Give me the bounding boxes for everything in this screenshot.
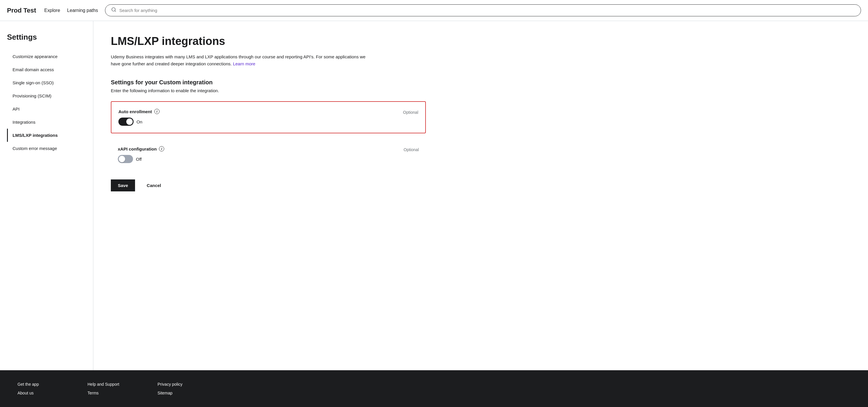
auto-enrollment-toggle-label: On — [136, 119, 142, 124]
nav-learning-paths[interactable]: Learning paths — [67, 8, 98, 13]
main-layout: Settings Customize appearance Email doma… — [0, 21, 868, 370]
section-title: Settings for your Custom integration — [111, 79, 426, 86]
footer-sitemap[interactable]: Sitemap — [157, 391, 204, 395]
sidebar-item-custom-error[interactable]: Custom error message — [7, 142, 86, 155]
footer: Get the app About us Help and Support Te… — [0, 370, 868, 407]
header-nav: Explore Learning paths — [44, 8, 98, 13]
footer-privacy-policy[interactable]: Privacy policy — [157, 382, 204, 386]
search-bar[interactable] — [105, 4, 861, 16]
sidebar-nav: Customize appearance Email domain access… — [7, 50, 86, 155]
sidebar-title: Settings — [7, 33, 86, 42]
sidebar-item-customize-appearance[interactable]: Customize appearance — [7, 50, 86, 63]
footer-get-app[interactable]: Get the app — [18, 382, 64, 386]
sidebar-item-sso[interactable]: Single sign-on (SSO) — [7, 76, 86, 89]
page-description: Udemy Business integrates with many LMS … — [111, 53, 373, 67]
footer-about-us[interactable]: About us — [18, 391, 64, 395]
xapi-configuration-row: xAPI configuration i Off Optional — [111, 139, 426, 170]
sidebar: Settings Customize appearance Email doma… — [0, 21, 93, 370]
auto-enrollment-toggle-wrapper: On — [118, 118, 392, 126]
sidebar-item-api[interactable]: API — [7, 102, 86, 116]
auto-enrollment-row: Auto enrollment i On Optional — [111, 101, 426, 133]
auto-enrollment-info-icon[interactable]: i — [154, 109, 159, 114]
section-subtitle: Enter the following information to enabl… — [111, 88, 426, 93]
auto-enrollment-optional: Optional — [403, 109, 418, 115]
custom-integration-section: Settings for your Custom integration Ent… — [111, 79, 426, 196]
sidebar-item-lms-lxp[interactable]: LMS/LXP integrations — [7, 129, 86, 142]
xapi-toggle-label: Off — [136, 157, 142, 162]
footer-col-1: Get the app About us — [18, 382, 64, 395]
sidebar-item-scim[interactable]: Provisioning (SCIM) — [7, 89, 86, 102]
save-button[interactable]: Save — [111, 180, 135, 191]
brand-logo[interactable]: Prod Test — [7, 7, 36, 14]
header: Prod Test Explore Learning paths — [0, 0, 868, 21]
button-row: Save Cancel — [111, 180, 426, 196]
nav-explore[interactable]: Explore — [44, 8, 60, 13]
xapi-left: xAPI configuration i Off — [118, 146, 392, 163]
main-content: LMS/LXP integrations Udemy Business inte… — [93, 21, 443, 370]
footer-col-3: Privacy policy Sitemap — [157, 382, 204, 395]
footer-col-2: Help and Support Terms — [88, 382, 134, 395]
footer-help-support[interactable]: Help and Support — [88, 382, 134, 386]
footer-terms[interactable]: Terms — [88, 391, 134, 395]
auto-enrollment-toggle[interactable] — [118, 118, 133, 126]
search-input[interactable] — [119, 8, 855, 13]
search-icon — [111, 7, 116, 14]
xapi-toggle[interactable] — [118, 155, 133, 163]
xapi-label: xAPI configuration i — [118, 146, 392, 151]
learn-more-link[interactable]: Learn more — [233, 61, 255, 66]
sidebar-item-integrations[interactable]: Integrations — [7, 116, 86, 129]
xapi-info-icon[interactable]: i — [159, 146, 164, 151]
xapi-optional: Optional — [404, 146, 419, 152]
cancel-button[interactable]: Cancel — [140, 180, 168, 191]
auto-enrollment-label: Auto enrollment i — [118, 109, 392, 114]
auto-enrollment-left: Auto enrollment i On — [118, 109, 392, 126]
page-title: LMS/LXP integrations — [111, 35, 426, 48]
xapi-toggle-wrapper: Off — [118, 155, 392, 163]
sidebar-item-email-domain-access[interactable]: Email domain access — [7, 63, 86, 76]
svg-line-1 — [115, 10, 116, 11]
